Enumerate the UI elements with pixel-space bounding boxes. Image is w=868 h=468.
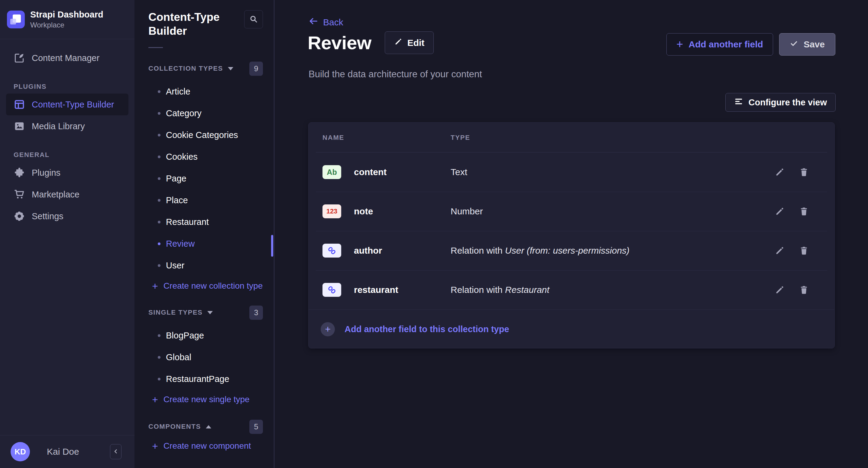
sidebar-item-label: Media Library	[32, 122, 85, 131]
text-field-icon: Ab	[322, 165, 341, 179]
add-another-field-button[interactable]: + Add another field	[666, 33, 773, 56]
delete-field-button[interactable]	[799, 245, 809, 256]
single-types-header[interactable]: SINGLE TYPES 3	[134, 305, 274, 320]
components-header[interactable]: COMPONENTS 5	[134, 420, 274, 434]
pencil-icon	[775, 252, 785, 257]
table-header: NAME TYPE	[309, 123, 834, 153]
number-field-icon: 123	[322, 204, 341, 218]
column-type: TYPE	[451, 134, 470, 142]
create-single-type-link[interactable]: + Create new single type	[134, 390, 274, 409]
column-name: NAME	[322, 134, 451, 142]
collection-type-cookie-categories[interactable]: Cookie Categories	[134, 124, 274, 146]
back-link[interactable]: Back	[309, 16, 343, 28]
search-icon	[249, 14, 258, 25]
create-collection-type-link[interactable]: + Create new collection type	[134, 276, 274, 296]
delete-field-button[interactable]	[799, 167, 809, 177]
table-footer: + Add another field to this collection t…	[309, 309, 834, 349]
relation-field-icon	[322, 244, 341, 258]
table-row: author Relation with User (from: users-p…	[309, 231, 834, 270]
sidebar-item-label: Marketplace	[32, 190, 80, 200]
edit-field-button[interactable]	[775, 245, 785, 256]
plus-icon: +	[152, 281, 158, 291]
image-icon	[13, 121, 25, 132]
collapse-sidebar-button[interactable]	[110, 444, 122, 459]
edit-field-button[interactable]	[775, 167, 785, 177]
components-label: COMPONENTS	[148, 423, 201, 431]
single-types-count-badge: 3	[249, 306, 263, 320]
collection-type-cookies[interactable]: Cookies	[134, 146, 274, 168]
page-subtitle: Build the data architecture of your cont…	[309, 69, 482, 80]
chevron-down-icon	[207, 311, 213, 314]
sidebar-footer: KD Kai Doe	[0, 435, 134, 468]
avatar[interactable]: KD	[10, 442, 30, 461]
single-types-label: SINGLE TYPES	[148, 309, 203, 316]
pencil-icon	[775, 213, 785, 218]
pencil-icon	[775, 291, 785, 296]
panel-title: Content-Type Builder	[148, 10, 239, 38]
field-type: Relation with Restaurant	[451, 285, 775, 295]
pen-square-icon	[13, 52, 25, 64]
field-name: restaurant	[354, 285, 451, 295]
search-button[interactable]	[244, 10, 263, 28]
collection-types-header[interactable]: COLLECTION TYPES 9	[134, 61, 274, 76]
gear-icon	[13, 210, 25, 222]
relation-field-icon	[322, 283, 341, 297]
main-content: Back Review Edit Build the data architec…	[274, 0, 868, 468]
single-type-global[interactable]: Global	[134, 346, 274, 368]
content-type-builder-panel: Content-Type Builder COLLECTION TYPES 9 …	[134, 0, 274, 468]
single-type-blogpage[interactable]: BlogPage	[134, 325, 274, 346]
add-field-footer-link[interactable]: Add another field to this collection typ…	[345, 324, 509, 334]
collection-type-place[interactable]: Place	[134, 189, 274, 211]
delete-field-button[interactable]	[799, 285, 809, 295]
sidebar-item-content-manager[interactable]: Content Manager	[0, 47, 134, 69]
chevron-left-icon	[112, 448, 119, 456]
sidebar-item-label: Content-Type Builder	[32, 100, 114, 110]
table-row: Ab content Text	[309, 153, 834, 192]
sidebar-item-content-type-builder[interactable]: Content-Type Builder	[6, 94, 128, 115]
edit-field-button[interactable]	[775, 206, 785, 216]
brand: Strapi Dashboard Workplace	[0, 0, 134, 39]
sidebar-item-label: Settings	[32, 211, 63, 221]
collection-type-review[interactable]: Review	[134, 233, 274, 255]
collection-type-page[interactable]: Page	[134, 168, 274, 189]
title-divider	[148, 47, 163, 48]
create-component-link[interactable]: + Create new component	[134, 436, 274, 456]
save-button[interactable]: Save	[779, 33, 835, 56]
field-name: content	[354, 167, 451, 177]
plugins-section-label: PLUGINS	[13, 83, 134, 91]
delete-field-button[interactable]	[799, 206, 809, 216]
collection-types-count-badge: 9	[249, 62, 263, 76]
sidebar-item-media-library[interactable]: Media Library	[0, 115, 134, 137]
field-type: Text	[451, 167, 775, 177]
table-row: 123 note Number	[309, 192, 834, 231]
configure-view-button[interactable]: Configure the view	[725, 93, 836, 112]
edit-button[interactable]: Edit	[385, 31, 434, 54]
field-name: note	[354, 206, 451, 216]
collection-type-article[interactable]: Article	[134, 80, 274, 102]
sidebar-item-label: Content Manager	[32, 53, 99, 63]
general-section-label: GENERAL	[13, 151, 134, 159]
components-count-badge: 5	[249, 420, 263, 434]
edit-field-button[interactable]	[775, 285, 785, 295]
page-title: Review	[308, 32, 371, 54]
sidebar-item-settings[interactable]: Settings	[0, 205, 134, 227]
collection-type-category[interactable]: Category	[134, 102, 274, 124]
sidebar-item-plugins[interactable]: Plugins	[0, 162, 134, 183]
sidebar-item-marketplace[interactable]: Marketplace	[0, 183, 134, 205]
collection-type-restaurant[interactable]: Restaurant	[134, 211, 274, 233]
trash-icon	[799, 213, 809, 218]
field-type: Relation with User (from: users-permissi…	[451, 245, 775, 256]
single-type-restaurantpage[interactable]: RestaurantPage	[134, 368, 274, 390]
pencil-icon	[394, 37, 403, 48]
plus-icon: +	[676, 38, 683, 50]
main-sidebar: Strapi Dashboard Workplace Content Manag…	[0, 0, 134, 468]
add-field-circle-button[interactable]: +	[321, 322, 335, 336]
layout-grid-icon	[13, 99, 25, 110]
user-name: Kai Doe	[47, 446, 79, 457]
strapi-app: Strapi Dashboard Workplace Content Manag…	[0, 0, 868, 468]
sidebar-item-label: Plugins	[32, 168, 60, 178]
collection-types-list: Article Category Cookie Categories Cooki…	[134, 80, 274, 276]
collection-type-user[interactable]: User	[134, 255, 274, 276]
strapi-logo-icon	[7, 10, 25, 28]
plus-icon: +	[152, 441, 158, 451]
